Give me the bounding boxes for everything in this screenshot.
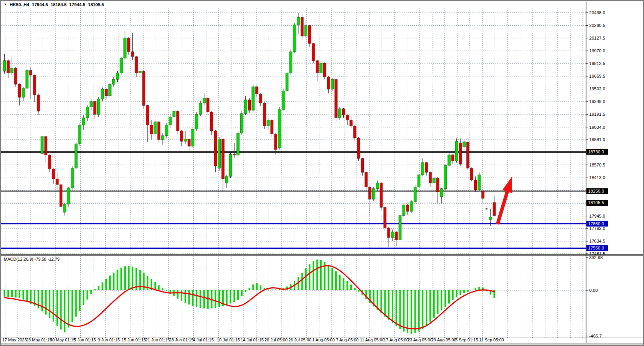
candle-down xyxy=(135,57,138,73)
time-tick-label: 1 Aug 05:00 xyxy=(312,338,335,342)
candle-up xyxy=(154,122,156,134)
candle-down xyxy=(357,138,360,158)
candle-up xyxy=(267,120,270,126)
time-tick-label: 5 Jun 01:15 xyxy=(74,338,96,342)
candle-down xyxy=(143,71,145,105)
candle-down xyxy=(470,168,473,180)
candle-down xyxy=(342,109,345,115)
candle-down xyxy=(474,180,477,190)
candle-up xyxy=(75,144,77,168)
price-tick-label: 17634.5 xyxy=(589,239,606,243)
candle-down xyxy=(210,112,213,131)
candle-down xyxy=(105,89,108,96)
price-tick-label: 19502.0 xyxy=(589,86,606,91)
candle-down xyxy=(316,61,318,73)
candle-down xyxy=(350,120,353,126)
price-badge-label: 17550.0 xyxy=(588,246,604,250)
candle-up xyxy=(244,100,247,113)
candle-up xyxy=(86,107,89,118)
candle-down xyxy=(493,203,496,216)
candle-up xyxy=(71,168,73,188)
candle-down xyxy=(380,183,383,208)
candle-up xyxy=(410,202,413,211)
candle-up xyxy=(3,61,6,72)
candle-down xyxy=(256,87,258,94)
candle-down xyxy=(429,172,431,183)
candle-up xyxy=(444,165,447,188)
time-tick-label: 28 Jun 01:15 xyxy=(169,338,194,342)
candle-up xyxy=(11,68,13,73)
candle-up xyxy=(112,79,115,84)
price-tick-label: 18570.5 xyxy=(589,163,606,167)
candle-up xyxy=(399,216,401,240)
candle-up xyxy=(169,117,171,125)
candle-up xyxy=(161,136,164,140)
candle-up xyxy=(195,115,198,129)
time-tick-label: 21 Jun 01:15 xyxy=(145,338,170,342)
candle-up xyxy=(297,17,300,25)
candle-up xyxy=(391,232,394,238)
candle-up xyxy=(41,136,43,154)
candle-down xyxy=(127,38,130,52)
candle-down xyxy=(45,136,47,155)
candle-down xyxy=(327,77,330,89)
candle-down xyxy=(361,158,364,172)
candle-up xyxy=(139,71,141,73)
candle-up xyxy=(218,139,221,168)
candle-down xyxy=(188,139,190,146)
price-tick-label: 18413.0 xyxy=(589,175,606,180)
price-badge-label: 18250.0 xyxy=(588,189,604,193)
candle-down xyxy=(406,205,409,211)
chart-canvas[interactable]: 20438.020280.520127.519970.019812.519659… xyxy=(1,1,644,346)
time-tick-label: 29 Aug 05:00 xyxy=(431,338,456,342)
chart-window: 20438.020280.520127.519970.019812.519659… xyxy=(0,0,644,346)
candle-up xyxy=(331,79,334,89)
candle-down xyxy=(248,100,251,110)
candle-up xyxy=(101,89,104,99)
candle-down xyxy=(365,172,368,187)
time-tick-label: 26 Jul 05:00 xyxy=(288,338,311,342)
candle-down xyxy=(482,191,484,198)
candle-up xyxy=(286,73,288,91)
candle-up xyxy=(90,101,92,107)
bottom-strip xyxy=(1,343,644,346)
candle-down xyxy=(180,131,183,141)
candle-up xyxy=(448,155,450,166)
price-tick-label: 17945.0 xyxy=(589,214,606,218)
candle-up xyxy=(120,58,123,73)
candle-up xyxy=(191,129,194,146)
candle-up xyxy=(463,142,466,147)
candle-up xyxy=(165,125,168,136)
candle-up xyxy=(418,175,420,187)
candle-down xyxy=(388,228,390,237)
candle-down xyxy=(33,75,36,95)
candle-down xyxy=(425,163,428,172)
candle-down xyxy=(259,94,262,103)
candle-up xyxy=(421,163,424,175)
candle-up xyxy=(282,91,285,110)
candle-up xyxy=(203,98,205,103)
time-tick-label: 23 Aug 05:00 xyxy=(408,338,433,342)
candle-down xyxy=(466,142,469,168)
candle-up xyxy=(252,87,255,111)
candle-up xyxy=(320,63,322,73)
time-tick-label: 11 Aug 05:00 xyxy=(360,338,384,342)
candle-down xyxy=(18,84,21,97)
candle-down xyxy=(395,232,398,240)
candle-up xyxy=(338,109,341,118)
macd-axis-label: 332.98 xyxy=(589,255,603,260)
candle-down xyxy=(301,17,303,36)
candle-down xyxy=(353,126,356,138)
candle-down xyxy=(150,125,153,134)
time-tick-label: 15 Jun 01:15 xyxy=(121,338,146,342)
candle-up xyxy=(433,178,435,183)
candle-down xyxy=(7,61,10,73)
candle-down xyxy=(323,63,326,77)
time-axis[interactable]: 17 May 202323 May 01:1530 May 01:155 Jun… xyxy=(2,338,504,342)
candle-down xyxy=(158,122,160,140)
candle-up xyxy=(26,70,28,88)
price-badge-label: 17850.0 xyxy=(588,221,604,226)
price-tick-label: 19812.5 xyxy=(589,61,606,66)
candle-down xyxy=(131,52,134,57)
candle-down xyxy=(56,179,58,185)
